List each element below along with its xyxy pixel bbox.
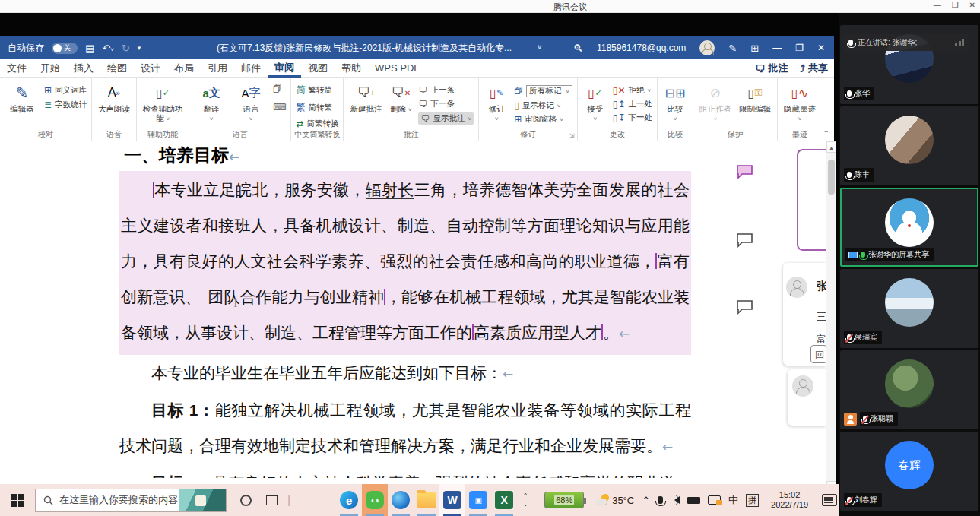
account-email[interactable]: 1185961478@qq.com: [597, 43, 686, 53]
traditional-to-simplified-button[interactable]: 简繁转简: [296, 84, 338, 97]
reject-dropdown[interactable]: ▯✕拒绝 ˅: [613, 85, 652, 96]
delete-comment-button[interactable]: 🗨︎✕ 删除 ˅: [388, 81, 414, 115]
taskbar-clock[interactable]: 15:02 2022/7/19: [771, 490, 808, 510]
comment-card-clipped[interactable]: 张 三 富 回: [783, 263, 826, 366]
check-accessibility-button[interactable]: ▯✓ 检查辅助功能 ˅: [141, 81, 184, 124]
previous-change-button[interactable]: ▯↥上一处: [613, 99, 652, 109]
next-change-button[interactable]: ▯↧下一处: [613, 112, 652, 123]
thesaurus-button[interactable]: ⊞同义词库: [44, 85, 87, 96]
tab-wps-pdf[interactable]: WPS PDF: [368, 60, 427, 76]
keyboard-icon[interactable]: ⌨︎: [273, 102, 286, 112]
word-minimize-button[interactable]: —: [772, 43, 782, 53]
quick-access-dropdown-icon[interactable]: ▾: [138, 44, 141, 52]
compare-button[interactable]: ⊟⊞ 比较˅: [662, 81, 688, 124]
save-icon[interactable]: ▤: [85, 43, 94, 54]
taskbar-word[interactable]: W: [439, 484, 465, 516]
participant-tile[interactable]: 侯瑞宾: [840, 269, 978, 348]
taskbar-file-explorer[interactable]: [414, 484, 439, 516]
hide-ink-button[interactable]: ▯∿ 隐藏墨迹˅: [782, 81, 817, 124]
tab-help[interactable]: 帮助: [335, 59, 368, 78]
battery-widget[interactable]: 68%: [544, 492, 584, 508]
comment-card-clipped[interactable]: [788, 369, 826, 426]
tab-review[interactable]: 审阅: [268, 59, 301, 78]
start-button[interactable]: [0, 484, 35, 516]
comment-bubble-icon-active[interactable]: [736, 164, 754, 179]
taskbar-overflow-arrows[interactable]: ⌃⌄: [517, 492, 534, 508]
search-icon[interactable]: 🔍︎: [573, 43, 583, 54]
collapse-ribbon-icon[interactable]: ⌃: [823, 129, 829, 138]
participant-tile[interactable]: 春辉 刘春辉: [840, 432, 978, 511]
comments-button[interactable]: 🗨︎批注: [756, 62, 788, 75]
participant-tile[interactable]: 张聪颖: [840, 350, 978, 429]
tray-display-icon[interactable]: [708, 495, 721, 505]
participant-tile-screen-share[interactable]: 张谢华的屏幕共享: [840, 188, 978, 267]
tab-insert[interactable]: 插入: [67, 59, 100, 78]
show-markup-dropdown[interactable]: ▯显示标记 ˅: [514, 100, 572, 111]
participant-tile[interactable]: 陈丰: [840, 106, 978, 185]
title-dropdown-icon[interactable]: ∨: [537, 43, 542, 51]
taskbar-edge[interactable]: e: [336, 484, 362, 516]
meeting-minimize-button[interactable]: —: [934, 1, 941, 9]
tab-view[interactable]: 视图: [301, 59, 335, 78]
taskbar-excel[interactable]: X: [491, 484, 517, 516]
weather-widget[interactable]: 35°C: [596, 494, 634, 506]
redo-icon[interactable]: ↻: [122, 43, 130, 54]
account-avatar[interactable]: [699, 40, 715, 55]
tray-speaker-icon[interactable]: [671, 496, 680, 504]
restrict-editing-button[interactable]: ▯⚿︎ 限制编辑: [737, 81, 772, 113]
translate-button[interactable]: a文 翻译˅: [194, 81, 229, 124]
new-comment-mini-icon[interactable]: 🗍︎: [273, 84, 286, 94]
vertical-scrollbar[interactable]: ▲ ▼: [826, 141, 836, 492]
comment-reply-box[interactable]: 回: [810, 345, 826, 363]
tray-battery-icon[interactable]: [687, 497, 700, 504]
share-button[interactable]: ⤴共享: [801, 62, 829, 75]
taskbar-wechat[interactable]: ◖◗: [362, 484, 388, 516]
cortana-button[interactable]: [233, 484, 258, 516]
reviewing-pane-dropdown[interactable]: ⊞审阅窗格 ˅: [514, 114, 572, 125]
ime-mode-indicator[interactable]: 拼: [746, 494, 759, 507]
tab-file[interactable]: 文件: [0, 59, 33, 78]
taskbar-browser[interactable]: [388, 484, 414, 516]
document-canvas[interactable]: 一、培养目标←本专业立足皖北，服务安徽，辐射长三角，培养德智体美劳全面发展的社会…: [0, 141, 826, 492]
tab-mailings[interactable]: 邮件: [234, 59, 268, 78]
ink-pen-icon[interactable]: ✎: [728, 43, 737, 54]
taskbar-search-box[interactable]: 在这里输入你要搜索的内容: [35, 489, 227, 512]
language-button[interactable]: A字 语言˅: [233, 81, 268, 124]
read-aloud-button[interactable]: A» 大声朗读: [97, 81, 132, 113]
word-count-button[interactable]: ≣字数统计: [44, 100, 87, 110]
comment-bubble-icon[interactable]: [736, 233, 754, 248]
next-comment-button[interactable]: 🗨︎下一条: [418, 99, 474, 109]
comment-bubble-icon[interactable]: [736, 299, 754, 315]
tab-layout[interactable]: 布局: [167, 59, 201, 78]
previous-comment-button[interactable]: 🗨︎上一条: [418, 85, 474, 96]
action-center-icon[interactable]: [822, 494, 837, 506]
vertical-scroll-thumb[interactable]: [828, 160, 835, 195]
undo-icon[interactable]: ↶˅: [102, 43, 114, 54]
tray-microphone-icon[interactable]: [658, 496, 663, 504]
tab-references[interactable]: 引用: [201, 59, 234, 78]
tab-design[interactable]: 设计: [134, 59, 167, 78]
word-close-button[interactable]: ✕: [817, 43, 825, 53]
meeting-close-button[interactable]: ✕: [969, 1, 975, 9]
task-view-button[interactable]: [258, 484, 284, 516]
tab-draw[interactable]: 绘图: [100, 59, 134, 78]
editor-button[interactable]: ✎ 编辑器: [5, 81, 40, 113]
hidden-icons-chevron[interactable]: ⌃: [642, 495, 650, 506]
track-changes-button[interactable]: ▯✎ 修订˅: [484, 81, 509, 124]
all-markup-dropdown[interactable]: 🗇︎所有标记˅: [514, 85, 572, 97]
new-comment-button[interactable]: 🗨︎+ 新建批注: [348, 81, 383, 113]
show-comments-button[interactable]: 🗨︎显示批注 ˅: [418, 112, 474, 125]
meeting-restore-button[interactable]: ❐: [952, 1, 959, 9]
ime-language-indicator[interactable]: 中: [728, 493, 738, 507]
convert-button[interactable]: ⇄简繁转换: [296, 119, 338, 129]
word-restore-button[interactable]: ❐: [795, 43, 804, 53]
accept-button[interactable]: ▯✓ 接受˅: [582, 81, 608, 124]
comment-card-active-clipped[interactable]: [797, 149, 826, 251]
search-highlight-image[interactable]: [179, 489, 226, 511]
scroll-up-icon[interactable]: ▲: [826, 141, 836, 153]
taskbar-meeting-app[interactable]: ▣: [465, 484, 491, 516]
ribbon-display-options-icon[interactable]: ⊞: [750, 43, 759, 54]
tracking-dialog-launcher-icon[interactable]: ⇲: [569, 132, 575, 139]
tab-home[interactable]: 开始: [33, 59, 67, 78]
autosave-toggle[interactable]: 关: [52, 43, 78, 54]
